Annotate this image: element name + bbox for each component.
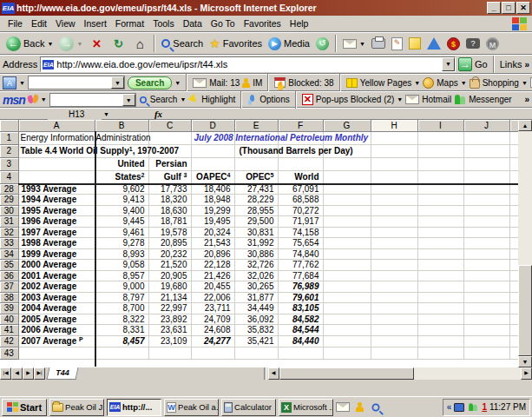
- column-header-H[interactable]: H: [371, 120, 417, 131]
- menu-help[interactable]: Help: [286, 17, 313, 30]
- row-header-2[interactable]: 2: [0, 144, 18, 157]
- cell-value[interactable]: 19,495: [191, 216, 234, 228]
- cell-value[interactable]: 30,886: [234, 248, 278, 260]
- cell-value[interactable]: 21,520: [148, 260, 191, 271]
- cell[interactable]: [371, 347, 417, 359]
- cell-value[interactable]: 18,781: [148, 216, 191, 228]
- go-arrow-icon[interactable]: →: [458, 57, 472, 71]
- refresh-button[interactable]: ↻: [108, 33, 128, 54]
- row-header-3[interactable]: 3: [0, 157, 18, 170]
- cell-value[interactable]: 22,997: [148, 303, 191, 314]
- cell[interactable]: [417, 270, 463, 281]
- cell-value[interactable]: 35,832: [234, 325, 278, 336]
- cell-value[interactable]: 9,058: [95, 260, 148, 271]
- cell-value[interactable]: 8,700: [95, 303, 148, 314]
- cell-value[interactable]: 76,989: [278, 281, 323, 293]
- sheet-tab-t44[interactable]: T44: [47, 367, 78, 380]
- cell-value[interactable]: 28,955: [234, 205, 278, 216]
- att-search-more[interactable]: ▼: [174, 80, 181, 86]
- scroll-up-arrow[interactable]: ▲: [518, 120, 532, 131]
- cell[interactable]: [148, 131, 191, 144]
- cell-value[interactable]: 8,457: [95, 335, 148, 347]
- cell-value[interactable]: 9,445: [95, 216, 148, 228]
- cell[interactable]: [417, 216, 463, 228]
- cell[interactable]: [509, 270, 518, 281]
- cell-value[interactable]: 8,322: [95, 314, 148, 325]
- cell[interactable]: [323, 195, 371, 206]
- shopping-label[interactable]: Shopping: [483, 78, 519, 88]
- cell[interactable]: [371, 227, 417, 238]
- cell[interactable]: [371, 292, 417, 303]
- yellow-pages-label[interactable]: Yellow Pages: [360, 78, 412, 88]
- cell[interactable]: [509, 292, 518, 303]
- yellow-pages-dropdown[interactable]: ▼: [414, 80, 420, 86]
- hotmail-label[interactable]: Hotmail: [422, 95, 451, 104]
- cell[interactable]: [18, 157, 95, 170]
- cell[interactable]: [463, 238, 509, 249]
- cell[interactable]: [463, 170, 509, 183]
- cell[interactable]: [509, 144, 518, 157]
- go-label[interactable]: Go: [475, 59, 488, 70]
- row-header-37[interactable]: 37: [0, 281, 18, 293]
- cell-value[interactable]: 28,229: [234, 195, 278, 206]
- cell-value[interactable]: 75,654: [278, 238, 323, 249]
- cell[interactable]: [463, 335, 509, 347]
- cell[interactable]: World: [278, 170, 323, 183]
- tab-split-handle[interactable]: [264, 367, 267, 380]
- cell-value[interactable]: 24,709: [191, 314, 234, 325]
- cell[interactable]: [323, 205, 371, 216]
- tray-display-icon[interactable]: [454, 403, 464, 412]
- cell-year-label[interactable]: 2007 Average P: [18, 335, 95, 347]
- cell[interactable]: [371, 131, 417, 144]
- cell-value[interactable]: 74,158: [278, 227, 323, 238]
- media-disc-button[interactable]: M: [483, 33, 502, 54]
- cell[interactable]: [417, 195, 463, 206]
- cell-value[interactable]: [95, 347, 148, 359]
- cell-year-label[interactable]: 2001 Average: [18, 270, 95, 281]
- cell-value[interactable]: 31,992: [234, 238, 278, 249]
- cell[interactable]: [417, 347, 463, 359]
- cell-value[interactable]: [234, 347, 278, 359]
- msn-search-input[interactable]: ▼: [49, 93, 136, 107]
- name-box[interactable]: H13: [48, 109, 102, 120]
- cell[interactable]: [509, 131, 518, 144]
- cell[interactable]: [417, 131, 463, 144]
- row-header-28[interactable]: 28: [0, 183, 18, 195]
- cell[interactable]: [371, 314, 417, 325]
- cell[interactable]: [323, 216, 371, 228]
- vertical-scrollbar[interactable]: ▲ ▼: [518, 120, 532, 367]
- cell-value[interactable]: 20,905: [148, 270, 191, 281]
- row-header-29[interactable]: 29: [0, 195, 18, 206]
- column-header-I[interactable]: I: [417, 120, 463, 131]
- cell[interactable]: [417, 281, 463, 293]
- cell-value[interactable]: [278, 347, 323, 359]
- cell-value[interactable]: 74,840: [278, 248, 323, 260]
- task-eia-active[interactable]: EIAhttp://...: [107, 399, 161, 416]
- cell[interactable]: [463, 325, 509, 336]
- cell[interactable]: [323, 325, 371, 336]
- cell-value[interactable]: 20,232: [148, 248, 191, 260]
- history-button[interactable]: ↺: [313, 33, 332, 54]
- task-peak-oil-a[interactable]: WPeak Oil a...: [164, 399, 219, 416]
- att-search-input[interactable]: ▼: [28, 76, 125, 89]
- cell[interactable]: [509, 260, 518, 271]
- cell-value[interactable]: 8,797: [95, 292, 148, 303]
- menu-favorites[interactable]: Favorites: [240, 17, 286, 30]
- cell[interactable]: [371, 335, 417, 347]
- menu-file[interactable]: File: [3, 17, 27, 30]
- column-header-E[interactable]: E: [234, 120, 278, 131]
- cell-value[interactable]: 20,324: [191, 227, 234, 238]
- cell-value[interactable]: 35,421: [234, 335, 278, 347]
- cell[interactable]: [509, 314, 518, 325]
- cell[interactable]: [463, 260, 509, 271]
- home-button[interactable]: ⌂: [129, 33, 150, 54]
- column-header-D[interactable]: D: [191, 120, 234, 131]
- cell-value[interactable]: 20,455: [191, 281, 234, 293]
- cell-year-label[interactable]: 1998 Average: [18, 238, 95, 249]
- name-box-dropdown[interactable]: ▼: [103, 111, 109, 117]
- cell[interactable]: [417, 335, 463, 347]
- row-header-41[interactable]: 41: [0, 325, 18, 336]
- cell[interactable]: [417, 170, 463, 183]
- cell[interactable]: [417, 157, 463, 170]
- shopping-dropdown[interactable]: ▼: [522, 80, 528, 86]
